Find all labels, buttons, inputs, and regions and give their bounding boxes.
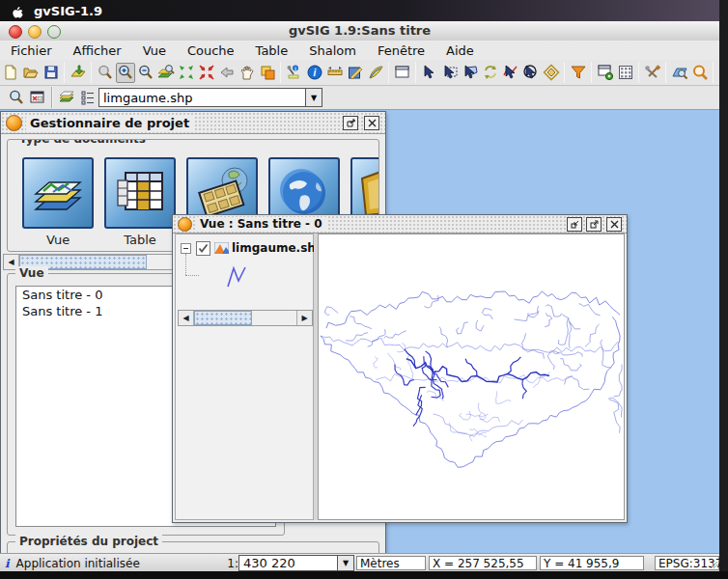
legend-list-button[interactable] [78, 88, 98, 108]
maximize-button[interactable] [343, 116, 358, 130]
projection-field[interactable]: EPSG:31370 [655, 556, 719, 570]
menu-afficher[interactable]: Afficher [63, 43, 132, 58]
open-project-button[interactable] [21, 63, 41, 83]
scale-value: 430 220 [239, 556, 337, 570]
new-document-button[interactable] [1, 63, 20, 83]
select-point-button[interactable] [420, 63, 439, 83]
scroll-right-icon[interactable]: ▶ [296, 311, 312, 325]
mac-menubar: gvSIG-1.9 [0, 0, 728, 21]
toolbar-separator [415, 62, 416, 83]
zoom-all-layers-button[interactable] [156, 63, 176, 83]
select-circle-button[interactable] [521, 63, 541, 83]
layer-order-button[interactable] [57, 88, 77, 108]
line-symbol-icon[interactable] [226, 265, 247, 289]
statusbar: i Application initialisée 1: 430 220 ▼ M… [0, 553, 719, 572]
catalog-search-icon [691, 64, 709, 81]
raster-tools-button[interactable] [616, 63, 635, 83]
menu-shalom[interactable]: Shalom [298, 43, 367, 58]
legend-list-icon [79, 89, 97, 106]
measure-distance-icon [326, 64, 344, 81]
table-manager-button[interactable] [596, 63, 615, 83]
menu-vue[interactable]: Vue [132, 43, 177, 58]
toolbar-separator [713, 62, 714, 83]
menu-fichier[interactable]: Fichier [0, 43, 63, 58]
zoom-to-selection-button[interactable] [177, 63, 196, 83]
gvsig-orb-icon [178, 217, 192, 232]
zoom-scale-button[interactable] [7, 88, 27, 108]
add-layer-icon [70, 64, 87, 81]
toolbar-separator [564, 62, 565, 83]
save-project-button[interactable] [42, 63, 61, 83]
locator-window-button[interactable] [28, 88, 48, 108]
tree-collapse-icon[interactable] [181, 243, 191, 254]
select-polyline-button[interactable] [501, 63, 520, 83]
menu-fen-tre[interactable]: Fenêtre [367, 43, 435, 58]
select-circle-icon [522, 64, 540, 81]
map-canvas[interactable] [318, 234, 625, 520]
zoom-all-layers-icon [157, 64, 175, 81]
preferences-button[interactable] [643, 63, 662, 83]
window-manager-button[interactable] [393, 63, 412, 83]
scrollbar-thumb[interactable] [194, 311, 252, 325]
preferences-icon [644, 64, 661, 81]
add-layer-button[interactable] [69, 63, 88, 83]
resize-grip-icon[interactable] [710, 561, 718, 569]
scale-combobox[interactable]: 430 220 ▼ [238, 555, 354, 571]
restore-button[interactable] [567, 217, 582, 232]
select-buffer-icon [543, 64, 560, 81]
scroll-left-icon[interactable]: ◀ [179, 311, 194, 325]
status-message: Application initialisée [16, 557, 140, 570]
new-document-icon [2, 64, 19, 81]
menu-aide[interactable]: Aide [435, 43, 485, 58]
info-tool-button[interactable]: i [285, 63, 304, 83]
svg-text:i: i [313, 68, 316, 78]
layer-toolbar: limgaume.shp▼ [0, 86, 719, 110]
zoom-out-icon [137, 64, 154, 81]
menu-couche[interactable]: Couche [177, 43, 245, 58]
measure-area-button[interactable] [346, 63, 365, 83]
frame-manager-button[interactable] [258, 63, 277, 83]
active-app-name[interactable]: gvSIG-1.9 [34, 4, 102, 18]
hyperlink-button[interactable] [366, 63, 385, 83]
filter-button[interactable] [569, 63, 588, 83]
chevron-down-icon[interactable]: ▼ [337, 556, 353, 570]
document-type-label: Vue [22, 233, 94, 247]
zoom-back-button[interactable] [217, 63, 237, 83]
pan-button[interactable] [238, 63, 257, 83]
menu-table[interactable]: Table [245, 43, 299, 58]
frame-manager-icon [259, 64, 276, 81]
zoom-previous-icon [97, 64, 114, 81]
zoom-previous-button[interactable] [96, 63, 115, 83]
table-manager-icon [597, 64, 614, 81]
information-icon: i [306, 64, 323, 81]
close-icon[interactable] [364, 116, 379, 130]
document-type-vue[interactable] [22, 157, 94, 229]
full-extent-icon [198, 64, 215, 81]
toolbar-separator [64, 62, 65, 83]
toolbar-separator [91, 62, 92, 83]
project-manager-titlebar[interactable]: Gestionnaire de projet [1, 112, 385, 134]
select-polygon-button[interactable] [461, 63, 480, 83]
information-button[interactable]: i [305, 63, 324, 83]
document-type-table[interactable] [104, 157, 176, 229]
apple-logo-icon[interactable] [12, 4, 24, 18]
locator-setup-button[interactable] [670, 63, 689, 83]
select-buffer-button[interactable] [542, 63, 561, 83]
toc-scrollbar[interactable]: ◀ ▶ [178, 310, 313, 326]
layer-combobox[interactable]: limgaume.shp▼ [98, 88, 322, 107]
catalog-search-button[interactable] [690, 63, 710, 83]
chevron-down-icon[interactable]: ▼ [305, 89, 322, 106]
zoom-out-button[interactable] [136, 63, 155, 83]
info-tool-icon: i [286, 64, 303, 81]
layer-name[interactable]: limgaume.shp [232, 241, 323, 255]
view-window-titlebar[interactable]: Vue : Sans titre - 0 [173, 215, 627, 234]
layer-visibility-checkbox[interactable] [196, 241, 210, 256]
invert-selection-button[interactable] [481, 63, 500, 83]
close-icon[interactable] [606, 217, 622, 232]
maximize-button[interactable] [586, 217, 602, 232]
select-rectangle-button[interactable] [440, 63, 460, 83]
units-field: Mètres [356, 556, 426, 570]
zoom-in-button[interactable] [116, 63, 135, 83]
measure-distance-button[interactable] [325, 63, 345, 83]
full-extent-button[interactable] [197, 63, 216, 83]
